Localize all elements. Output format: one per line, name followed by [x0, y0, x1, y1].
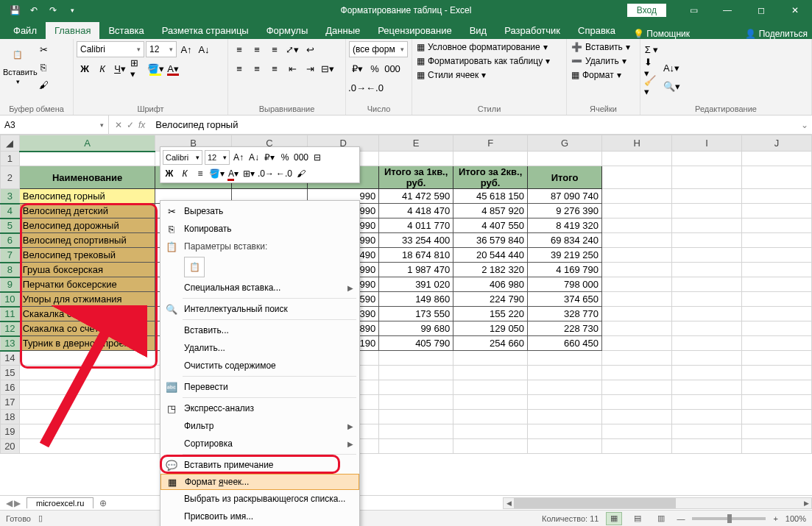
header-cell-t1[interactable]: Итого за 1кв., руб. — [379, 166, 453, 189]
cell[interactable] — [672, 307, 742, 321]
cell[interactable] — [602, 380, 672, 395]
cell[interactable] — [741, 380, 811, 395]
fill-color-icon[interactable]: 🪣 ▾ — [147, 60, 163, 77]
cell[interactable] — [379, 380, 453, 395]
cell[interactable] — [672, 439, 742, 454]
cell[interactable] — [528, 410, 602, 424]
cell[interactable] — [602, 263, 672, 277]
redo-icon[interactable]: ↷ — [44, 1, 62, 19]
cell-name[interactable]: Велосипед горный — [19, 189, 155, 204]
cell[interactable]: 99 680 — [379, 321, 453, 336]
col-header-H[interactable]: H — [602, 135, 672, 152]
cell[interactable] — [741, 424, 811, 439]
cell-name[interactable]: Перчатки боксерские — [19, 277, 155, 292]
row-header[interactable]: 15 — [1, 366, 20, 380]
cell[interactable]: 328 770 — [528, 307, 602, 321]
scroll-right-icon[interactable]: ▶ — [801, 498, 811, 508]
cell[interactable] — [672, 410, 742, 424]
row-header[interactable]: 13 — [1, 336, 20, 351]
paste-button[interactable]: 📋 Вставить▾ — [3, 41, 32, 85]
cell[interactable]: 69 834 240 — [528, 233, 602, 248]
expand-formula-bar-icon[interactable]: ⌄ — [797, 120, 812, 130]
tab-view[interactable]: Вид — [461, 22, 496, 39]
number-format-combo[interactable]: (все форм▾ — [349, 41, 408, 57]
cell[interactable] — [453, 410, 528, 424]
col-header-G[interactable]: G — [528, 135, 602, 152]
col-header-I[interactable]: I — [672, 135, 742, 152]
mini-format-painter-icon[interactable]: 🖌 — [294, 166, 308, 181]
cell[interactable] — [672, 233, 742, 248]
cell[interactable] — [741, 248, 811, 263]
cell[interactable] — [19, 439, 155, 454]
mini-fill-color-icon[interactable]: 🪣▾ — [209, 166, 225, 181]
cell[interactable]: 224 790 — [453, 292, 528, 307]
cell[interactable]: 391 020 — [379, 277, 453, 292]
mini-bold-button[interactable]: Ж — [163, 166, 176, 181]
horizontal-scrollbar[interactable]: ◀ ▶ — [503, 497, 812, 509]
ribbon-options-icon[interactable]: ▭ — [677, 0, 710, 21]
align-left-icon[interactable]: ≡ — [231, 60, 247, 77]
cell[interactable] — [672, 204, 742, 218]
decrease-indent-icon[interactable]: ⇤ — [284, 60, 300, 77]
cell[interactable] — [741, 189, 811, 204]
cell[interactable] — [453, 366, 528, 380]
cell[interactable]: 374 650 — [528, 292, 602, 307]
cell-name[interactable]: Скакалка со счетчиком — [19, 321, 155, 336]
insert-cells-button[interactable]: ➕Вставить ▾ — [570, 41, 632, 53]
cell[interactable] — [602, 218, 672, 233]
align-right-icon[interactable]: ≡ — [266, 60, 283, 77]
ctx-paste-special[interactable]: Специальная вставка...▶ — [160, 279, 359, 296]
cell[interactable] — [528, 380, 602, 395]
row-header[interactable]: 8 — [1, 263, 20, 277]
cell[interactable]: 4 407 550 — [453, 218, 528, 233]
cell-name[interactable]: Упоры для отжимания — [19, 292, 155, 307]
col-header-A[interactable]: A — [19, 135, 155, 152]
zoom-level[interactable]: 100% — [785, 514, 806, 523]
align-bottom-icon[interactable]: ≡ — [266, 41, 283, 57]
ctx-smart-lookup[interactable]: 🔍Интеллектуальный поиск — [160, 300, 359, 318]
cell[interactable] — [672, 277, 742, 292]
share-button[interactable]: 👤 Поделиться — [745, 29, 808, 39]
cell-name[interactable]: Велосипед трековый — [19, 248, 155, 263]
cell[interactable] — [741, 321, 811, 336]
cell[interactable]: 2 182 320 — [453, 263, 528, 277]
align-middle-icon[interactable]: ≡ — [249, 41, 265, 57]
increase-font-icon[interactable]: A↑ — [178, 41, 194, 57]
cell[interactable]: 18 674 810 — [379, 248, 453, 263]
cancel-formula-icon[interactable]: ✕ — [115, 120, 122, 130]
cell[interactable] — [602, 248, 672, 263]
cell[interactable] — [672, 380, 742, 395]
cell[interactable] — [602, 410, 672, 424]
cell[interactable] — [453, 439, 528, 454]
enter-formula-icon[interactable]: ✓ — [127, 120, 134, 130]
close-icon[interactable]: ✕ — [778, 0, 812, 21]
cell[interactable] — [379, 424, 453, 439]
cell[interactable]: 4 857 920 — [453, 204, 528, 218]
cell[interactable]: 1 987 470 — [379, 263, 453, 277]
cell[interactable] — [672, 424, 742, 439]
cell[interactable] — [453, 351, 528, 366]
cell[interactable] — [602, 439, 672, 454]
undo-icon[interactable]: ↶ — [25, 1, 43, 19]
row-header[interactable]: 12 — [1, 321, 20, 336]
cell-name[interactable]: Велосипед спортивный — [19, 233, 155, 248]
mini-borders-icon[interactable]: ⊞▾ — [242, 166, 255, 181]
cell[interactable] — [19, 366, 155, 380]
ctx-translate[interactable]: 🔤Перевести — [160, 378, 359, 396]
row-header[interactable]: 3 — [1, 189, 20, 204]
mini-inc-decimal-icon[interactable]: .0→ — [258, 166, 274, 181]
cell[interactable] — [672, 248, 742, 263]
mini-align-icon[interactable]: ≡ — [194, 166, 207, 181]
row-header[interactable]: 9 — [1, 277, 20, 292]
ctx-cut[interactable]: ✂Вырезать — [160, 202, 359, 220]
row-header[interactable]: 5 — [1, 218, 20, 233]
cell[interactable] — [741, 233, 811, 248]
cell[interactable] — [379, 366, 453, 380]
tab-home[interactable]: Главная — [46, 22, 99, 39]
mini-font-combo[interactable]: Calibri▾ — [163, 150, 202, 165]
copy-icon[interactable]: ⎘ — [35, 59, 52, 75]
cell[interactable]: 87 090 740 — [528, 189, 602, 204]
cell[interactable] — [672, 395, 742, 410]
sheet-nav-next-icon[interactable]: ▶ — [14, 498, 21, 508]
scrollbar-thumb[interactable] — [514, 498, 676, 508]
